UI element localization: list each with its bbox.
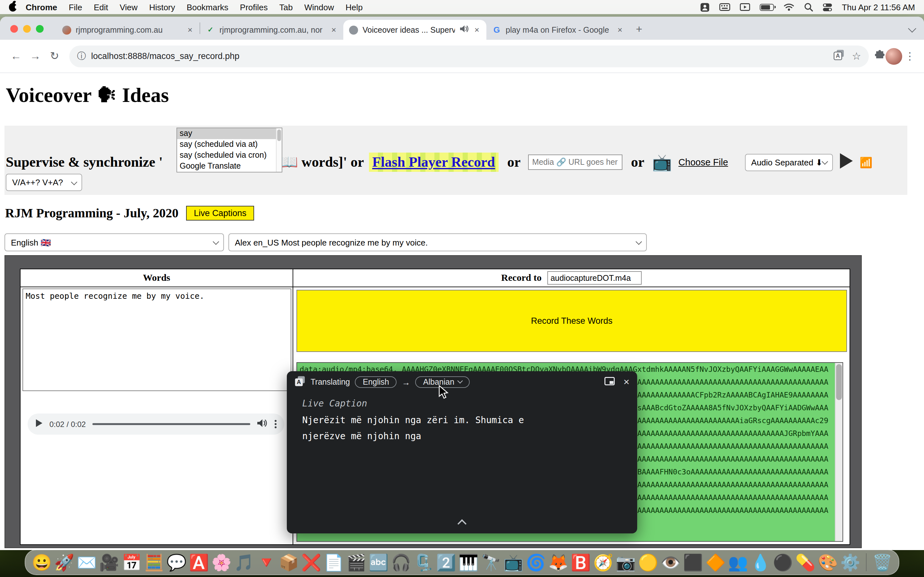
bookmark-star-icon[interactable]: ☆ <box>852 50 861 62</box>
apple-menu-icon[interactable] <box>9 3 17 11</box>
dock-item-water-app[interactable]: 💧 <box>750 551 771 574</box>
dock-item-filezilla[interactable]: 🔻 <box>256 551 276 574</box>
audio-player[interactable]: 0:02 / 0:02 <box>27 414 284 435</box>
reload-icon[interactable]: ↻ <box>45 47 64 66</box>
audio-separated-select[interactable]: Audio Separated ⬇ <box>745 153 833 171</box>
tab-search-chevron-icon[interactable] <box>908 24 916 32</box>
choose-file-button[interactable]: Choose File <box>678 157 728 167</box>
dock-item-red-app[interactable]: ❌ <box>301 551 321 574</box>
extensions-icon[interactable] <box>874 49 885 63</box>
menubar-item-edit[interactable]: Edit <box>94 2 108 12</box>
tab-play-m4a[interactable]: G play m4a on Firefox - Google × <box>486 20 630 40</box>
dock-item-bbedit[interactable]: 🅱️ <box>571 551 591 574</box>
dock-item-pill-app[interactable]: 💊 <box>795 551 815 574</box>
tab-voiceover-active[interactable]: Voiceover ideas ... Superv × <box>343 20 486 40</box>
player-menu-icon[interactable] <box>275 420 276 428</box>
tab-rjmprogramming[interactable]: rjmprogramming.com.au × <box>57 20 200 40</box>
tab-audio-icon[interactable] <box>460 25 469 35</box>
menubar-item-file[interactable]: File <box>69 2 82 12</box>
dock-item-settings[interactable]: ⚙️ <box>840 551 860 574</box>
dock-item-finder[interactable]: 😀 <box>32 551 52 574</box>
dock-item-archive-utility[interactable]: 🗜️ <box>414 551 433 574</box>
dock-item-photos[interactable]: 🌸 <box>212 551 231 574</box>
wifi-icon[interactable] <box>783 3 795 11</box>
dock-item-quicktime[interactable]: 🎬 <box>346 551 366 574</box>
dock-item-app[interactable]: 🌀 <box>526 551 546 574</box>
menubar-item-tab[interactable]: Tab <box>279 2 293 12</box>
dock-item-obs[interactable]: 👁️ <box>661 551 680 574</box>
dock-item-dictionary[interactable]: 🔤 <box>368 551 389 574</box>
dock-item-app-store[interactable]: 🅰️ <box>189 551 209 574</box>
dock-item-trash[interactable]: 🗑️ <box>872 551 892 574</box>
dock-item-firefox[interactable]: 🦊 <box>548 551 568 574</box>
tab-rjmprogramming-2[interactable]: ✓ rjmprogramming.com.au, nor × <box>200 20 343 40</box>
menubar-item-view[interactable]: View <box>120 2 137 12</box>
listbox-scrollbar[interactable] <box>276 128 282 172</box>
keyboard-icon[interactable] <box>719 3 730 11</box>
translate-icon[interactable]: A <box>833 49 844 63</box>
dock-item-messages[interactable]: 💬 <box>166 551 186 574</box>
say-option[interactable]: say (scheduled via cron) <box>177 150 276 161</box>
menubar-item-window[interactable]: Window <box>304 2 334 12</box>
say-option[interactable]: Google Translate <box>177 161 276 172</box>
dock-item-chrome[interactable]: 🟡 <box>638 551 658 574</box>
mode-select[interactable]: V/A++? V+A? <box>6 174 82 191</box>
dock-item-facetime[interactable]: 🎥 <box>99 551 119 574</box>
flash-player-record-link[interactable]: Flash Player Record <box>369 153 498 172</box>
spotlight-search-icon[interactable] <box>804 3 813 11</box>
dock-item-black-app[interactable]: ⚫ <box>773 551 793 574</box>
record-these-words-button[interactable]: Record These Words <box>296 290 847 352</box>
menubar-item-bookmarks[interactable]: Bookmarks <box>187 2 228 12</box>
expand-chevron-icon[interactable] <box>457 519 467 528</box>
dock-item-podcasts[interactable]: 🎧 <box>391 551 411 574</box>
player-volume-icon[interactable] <box>257 418 267 430</box>
words-textarea[interactable]: Most people recognize me by my voice. <box>23 288 291 391</box>
live-caption-window[interactable]: A Translating English → Albanian × Live … <box>287 371 637 533</box>
source-language-pill[interactable]: English <box>355 376 397 388</box>
play-icon[interactable] <box>838 153 854 172</box>
say-option[interactable]: say <box>177 128 276 139</box>
address-bar[interactable]: ⓘ localhost:8888/macos_say_record.php A … <box>69 45 869 67</box>
dock-item-camera-app[interactable]: 📷 <box>615 551 636 574</box>
language-select[interactable]: English 🇬🇧 <box>5 234 224 251</box>
dock-item-vlc[interactable]: 🔶 <box>706 551 725 574</box>
tab-close-icon[interactable]: × <box>330 25 338 35</box>
dock-item-paint-app[interactable]: 🎨 <box>818 551 838 574</box>
site-info-icon[interactable]: ⓘ <box>77 50 86 62</box>
player-play-icon[interactable] <box>35 418 43 430</box>
levels-icon[interactable]: 📶 <box>859 156 872 168</box>
dock-item-textedit[interactable]: 📄 <box>324 551 344 574</box>
menubar-item-help[interactable]: Help <box>346 2 363 12</box>
dock-item-calculator[interactable]: 🧮 <box>144 551 164 574</box>
tab-close-icon[interactable]: × <box>616 25 624 35</box>
battery-icon[interactable] <box>760 3 774 11</box>
dock-item-package-app[interactable]: 📦 <box>279 551 299 574</box>
player-seekbar[interactable] <box>92 423 250 425</box>
live-captions-button[interactable]: Live Captions <box>186 206 254 221</box>
tab-close-icon[interactable]: × <box>186 25 194 35</box>
zoom-window-button[interactable] <box>36 25 44 33</box>
forward-icon[interactable]: → <box>26 47 45 66</box>
close-icon[interactable]: × <box>624 376 630 388</box>
media-url-input[interactable] <box>528 155 623 170</box>
dock-item-launchpad[interactable]: 🚀 <box>54 551 74 574</box>
dock-item-garageband[interactable]: 🎹 <box>459 551 478 574</box>
voice-select[interactable]: Alex en_US Most people recognize me by m… <box>228 234 647 251</box>
dock-item-telescope-app[interactable]: 🔭 <box>481 551 501 574</box>
user-status-icon[interactable] <box>700 2 710 12</box>
profile-avatar[interactable] <box>885 48 902 64</box>
dock-item-safari[interactable]: 🧭 <box>593 551 613 574</box>
say-listbox[interactable]: saysay (scheduled via at)say (scheduled … <box>176 127 282 172</box>
picture-in-picture-icon[interactable] <box>604 376 614 388</box>
dock-item-tv[interactable]: 📺 <box>503 551 523 574</box>
new-tab-button[interactable]: + <box>636 23 642 36</box>
dock-item-mail[interactable]: ✉️ <box>77 551 97 574</box>
minimize-window-button[interactable] <box>23 25 31 33</box>
dock-item-calendar[interactable]: 📅 <box>121 551 142 574</box>
close-window-button[interactable] <box>10 25 18 33</box>
menubar-item-chrome[interactable]: Chrome <box>26 2 57 12</box>
menubar-item-profiles[interactable]: Profiles <box>240 2 268 12</box>
say-option[interactable]: say (scheduled via at) <box>177 139 276 150</box>
tab-close-icon[interactable]: × <box>473 25 481 35</box>
control-center-icon[interactable] <box>822 3 832 11</box>
